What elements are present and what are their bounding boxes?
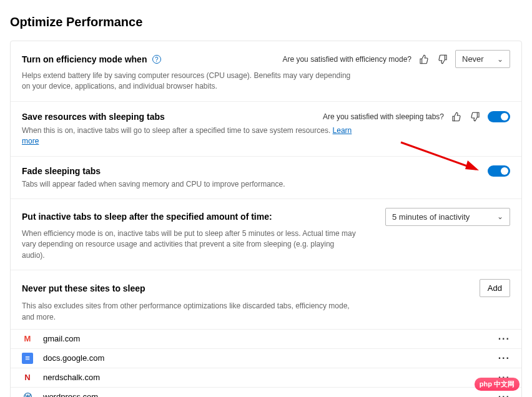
site-row: ⓦ wordpress.com ··· (11, 387, 521, 397)
site-icon: N (22, 372, 33, 383)
fade-section: Fade sleeping tabs Tabs will appear fade… (11, 156, 521, 198)
efficiency-section: Turn on efficiency mode when ? Are you s… (11, 41, 521, 101)
site-row: N nerdschalk.com ··· (11, 368, 521, 387)
efficiency-title: Turn on efficiency mode when (22, 54, 147, 64)
never-sleep-desc: This also excludes sites from other perf… (22, 301, 359, 323)
more-icon[interactable]: ··· (498, 333, 510, 345)
site-row: ≡ docs.google.com ··· (11, 348, 521, 368)
more-icon[interactable]: ··· (498, 391, 510, 397)
chevron-down-icon: ⌄ (497, 55, 503, 64)
fade-toggle[interactable] (488, 165, 510, 177)
help-icon[interactable]: ? (152, 55, 161, 64)
page-title: Optimize Performance (10, 15, 522, 29)
thumbs-up-icon[interactable] (418, 53, 430, 66)
never-sleep-header: Never put these sites to sleep Add This … (11, 270, 521, 329)
more-icon[interactable]: ··· (498, 353, 510, 364)
inactive-desc: When efficiency mode is on, inactive tab… (22, 228, 359, 261)
site-name: nerdschalk.com (43, 373, 100, 382)
thumbs-up-icon[interactable] (450, 110, 463, 123)
efficiency-desc: Helps extend battery life by saving comp… (22, 71, 359, 92)
inactive-title: Put inactive tabs to sleep after the spe… (22, 212, 272, 222)
sleeping-satisfied-prompt: Are you satisfied with sleeping tabs? (323, 112, 444, 121)
add-button[interactable]: Add (480, 279, 510, 297)
site-icon: M (22, 333, 33, 345)
site-name: docs.google.com (43, 353, 104, 363)
sites-list: M gmail.com ··· ≡ docs.google.com ··· N … (11, 329, 521, 397)
inactive-select-value: 5 minutes of inactivity (392, 212, 470, 222)
site-name: wordpress.com (43, 392, 98, 397)
sleeping-desc: When this is on, inactive tabs will go t… (22, 125, 359, 147)
watermark-badge: php 中文网 (475, 378, 520, 391)
fade-desc: Tabs will appear faded when saving memor… (22, 179, 359, 190)
efficiency-select[interactable]: Never ⌄ (455, 50, 510, 68)
fade-title: Fade sleeping tabs (22, 166, 101, 176)
efficiency-satisfied-prompt: Are you satisfied with efficiency mode? (282, 55, 411, 64)
site-name: gmail.com (43, 334, 80, 343)
thumbs-down-icon[interactable] (436, 53, 449, 66)
sleeping-toggle[interactable] (488, 111, 510, 122)
settings-card: Turn on efficiency mode when ? Are you s… (10, 41, 522, 397)
sleeping-title: Save resources with sleeping tabs (22, 112, 165, 122)
site-icon: ⓦ (22, 391, 33, 397)
thumbs-down-icon[interactable] (469, 110, 481, 123)
site-row: M gmail.com ··· (11, 329, 521, 348)
sleeping-section: Save resources with sleeping tabs Are yo… (11, 101, 521, 156)
never-sleep-title: Never put these sites to sleep (22, 283, 145, 293)
chevron-down-icon: ⌄ (497, 212, 503, 221)
inactive-select[interactable]: 5 minutes of inactivity ⌄ (385, 208, 510, 226)
inactive-section: Put inactive tabs to sleep after the spe… (11, 198, 521, 270)
efficiency-select-value: Never (462, 54, 484, 64)
site-icon: ≡ (22, 353, 33, 364)
